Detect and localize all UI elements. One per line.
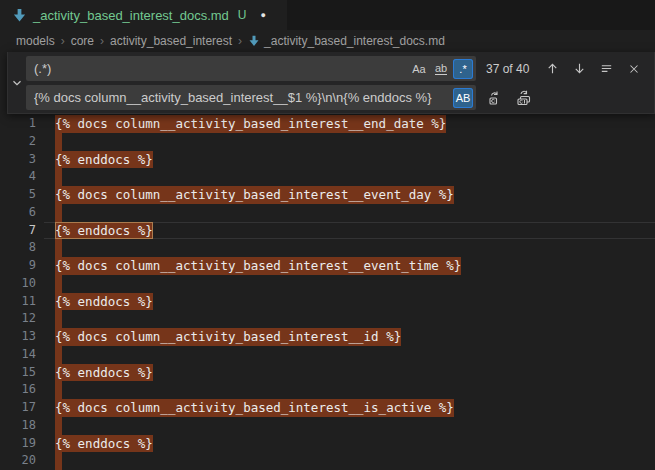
find-match: {% docs column__activity_based_interest_…	[55, 186, 454, 204]
code-line[interactable]: 2	[0, 133, 655, 151]
line-number: 16	[0, 381, 36, 399]
code-line[interactable]: 9{% docs column__activity_based_interest…	[0, 257, 655, 275]
line-number: 12	[0, 310, 36, 328]
line-number: 6	[0, 204, 36, 222]
tab-filename: _activity_based_interest_docs.md	[33, 8, 229, 23]
line-number: 2	[0, 133, 36, 151]
find-match: {% enddocs %}	[55, 435, 153, 453]
find-match-empty	[55, 381, 62, 399]
find-match: {% enddocs %}	[55, 364, 153, 382]
markdown-file-icon	[12, 8, 27, 23]
find-match-empty	[55, 168, 62, 186]
find-in-selection-icon	[599, 61, 614, 76]
find-match-empty	[55, 346, 62, 364]
line-number: 4	[0, 168, 36, 186]
close-find-button[interactable]	[623, 58, 644, 79]
whole-word-button[interactable]: ab	[431, 59, 451, 79]
line-number: 17	[0, 399, 36, 417]
code-line[interactable]: 17{% docs column__activity_based_interes…	[0, 399, 655, 417]
breadcrumb-item-file[interactable]: _activity_based_interest_docs.md	[248, 34, 445, 48]
line-number: 15	[0, 364, 36, 382]
find-input[interactable]: (.*) Aa ab .*	[26, 56, 476, 81]
chevron-right-icon: ›	[238, 34, 242, 48]
replace-icon	[487, 90, 503, 106]
find-match: {% enddocs %}	[55, 151, 153, 169]
arrow-up-icon	[545, 61, 560, 76]
line-number: 3	[0, 151, 36, 169]
code-line[interactable]: 7{% enddocs %}	[0, 222, 655, 240]
code-line[interactable]: 12	[0, 310, 655, 328]
find-match: {% enddocs %}	[55, 293, 153, 311]
breadcrumb-item-models[interactable]: models	[16, 34, 55, 48]
match-case-button[interactable]: Aa	[409, 59, 429, 79]
find-match-empty	[55, 239, 62, 257]
next-match-button[interactable]	[569, 58, 590, 79]
breadcrumb-item-core[interactable]: core	[71, 34, 94, 48]
code-line[interactable]: 13{% docs column__activity_based_interes…	[0, 328, 655, 346]
code-line[interactable]: 10	[0, 275, 655, 293]
find-match: {% docs column__activity_based_interest_…	[55, 399, 454, 417]
results-count: 37 of 40	[486, 62, 529, 76]
find-match-empty	[55, 133, 62, 151]
toggle-replace-button[interactable]	[8, 52, 26, 113]
code-line[interactable]: 20	[0, 452, 655, 470]
replace-input-value: {% docs column__activity_based_interest_…	[34, 90, 451, 105]
breadcrumb-file-label: _activity_based_interest_docs.md	[264, 34, 445, 48]
code-line[interactable]: 18	[0, 417, 655, 435]
line-number: 5	[0, 186, 36, 204]
find-match-empty	[55, 204, 62, 222]
code-line[interactable]: 14	[0, 346, 655, 364]
find-widget: (.*) Aa ab .* 37 of 40	[7, 52, 655, 114]
chevron-down-icon	[10, 76, 24, 90]
line-number: 20	[0, 452, 36, 470]
line-number: 1	[0, 115, 36, 133]
find-match-empty	[55, 452, 62, 470]
line-number: 8	[0, 239, 36, 257]
find-input-value: (.*)	[34, 61, 407, 76]
code-line[interactable]: 4	[0, 168, 655, 186]
line-number: 11	[0, 293, 36, 311]
find-match: {% docs column__activity_based_interest_…	[55, 257, 461, 275]
find-match-current: {% enddocs %}	[55, 222, 153, 240]
close-icon	[627, 62, 641, 76]
code-line[interactable]: 19{% enddocs %}	[0, 435, 655, 453]
git-status-badge: U	[238, 8, 247, 22]
editor[interactable]: 1{% docs column__activity_based_interest…	[0, 52, 655, 470]
preserve-case-button[interactable]: AB	[453, 88, 473, 108]
code-line[interactable]: 15{% enddocs %}	[0, 364, 655, 382]
breadcrumb-item-folder[interactable]: activity_based_interest	[110, 34, 232, 48]
code-line[interactable]: 8	[0, 239, 655, 257]
replace-input[interactable]: {% docs column__activity_based_interest_…	[26, 85, 476, 110]
find-match-empty	[55, 310, 62, 328]
line-number: 13	[0, 328, 36, 346]
find-match-empty	[55, 417, 62, 435]
replace-all-button[interactable]	[513, 87, 534, 108]
arrow-down-icon	[572, 61, 587, 76]
line-number: 10	[0, 275, 36, 293]
code-line[interactable]: 6	[0, 204, 655, 222]
code-line[interactable]: 11{% enddocs %}	[0, 293, 655, 311]
code-line[interactable]: 5{% docs column__activity_based_interest…	[0, 186, 655, 204]
unsaved-changes-dot-icon[interactable]: ●	[261, 10, 266, 20]
line-number: 14	[0, 346, 36, 364]
find-match: {% docs column__activity_based_interest_…	[55, 328, 401, 346]
replace-all-icon	[516, 90, 532, 106]
tab-bar: _activity_based_interest_docs.md U ●	[0, 0, 655, 30]
line-number: 9	[0, 257, 36, 275]
editor-lines: 1{% docs column__activity_based_interest…	[0, 115, 655, 470]
code-line[interactable]: 16	[0, 381, 655, 399]
find-match-empty	[55, 275, 62, 293]
markdown-file-icon	[248, 35, 260, 47]
line-number: 7	[0, 222, 36, 240]
vscode-window: _activity_based_interest_docs.md U ● mod…	[0, 0, 655, 470]
whole-word-label: ab	[435, 62, 447, 75]
regex-button[interactable]: .*	[453, 59, 473, 79]
code-line[interactable]: 1{% docs column__activity_based_interest…	[0, 115, 655, 133]
replace-button[interactable]	[484, 87, 505, 108]
code-line[interactable]: 3{% enddocs %}	[0, 151, 655, 169]
find-in-selection-button[interactable]	[596, 58, 617, 79]
chevron-right-icon: ›	[100, 34, 104, 48]
previous-match-button[interactable]	[542, 58, 563, 79]
tab-file[interactable]: _activity_based_interest_docs.md U ●	[0, 0, 287, 30]
line-number: 19	[0, 435, 36, 453]
